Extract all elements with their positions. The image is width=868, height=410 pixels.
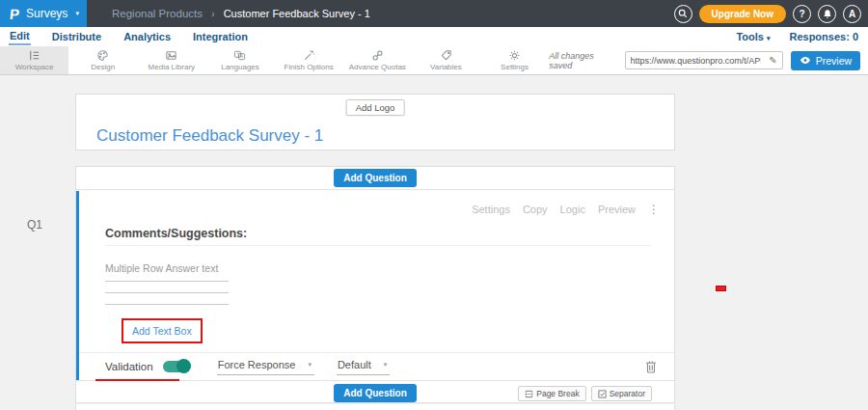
tab-edit[interactable]: Edit <box>9 28 31 45</box>
chevron-down-icon: ▾ <box>308 361 312 369</box>
gear-icon <box>508 49 521 62</box>
tab-analytics[interactable]: Analytics <box>122 29 172 44</box>
toolbar-tab-label: Settings <box>501 63 529 71</box>
validation-toggle[interactable] <box>163 361 189 372</box>
answer-row-line[interactable] <box>105 292 229 293</box>
survey-title[interactable]: Customer Feedback Survey - 1 <box>96 126 323 146</box>
question-section: Add Question Settings Copy Logic Preview… <box>75 166 675 403</box>
delete-question-button[interactable] <box>645 360 657 377</box>
surveys-menu[interactable]: P Surveys ▾ <box>0 0 87 27</box>
red-annotation-dash <box>716 286 726 291</box>
bell-icon <box>823 9 832 19</box>
preview-label: Preview <box>816 55 852 67</box>
add-logo-button[interactable]: Add Logo <box>346 99 405 116</box>
kebab-menu-icon[interactable]: ⋮ <box>648 203 661 216</box>
avatar-letter: A <box>849 9 855 19</box>
tools-label: Tools <box>736 31 764 42</box>
toolbar-tab-finish-options[interactable]: Finish Options <box>275 46 343 74</box>
default-label: Default <box>338 359 371 370</box>
notifications-button[interactable] <box>818 5 836 23</box>
workspace-icon <box>28 49 41 62</box>
survey-url-input[interactable] <box>626 56 765 66</box>
tab-integration[interactable]: Integration <box>192 29 249 44</box>
question-mark-icon: ? <box>799 9 804 19</box>
edit-url-icon[interactable]: ✎ <box>764 55 781 66</box>
question-actions: Settings Copy Logic Preview ⋮ <box>472 203 661 216</box>
add-text-box-link[interactable]: Add Text Box <box>123 320 201 342</box>
responses-count-link[interactable]: Responses: 0 <box>789 31 858 42</box>
separator-label: Separator <box>610 389 645 398</box>
chevron-down-icon: ▾ <box>75 10 79 17</box>
question-copy-link[interactable]: Copy <box>523 204 548 215</box>
toggle-knob <box>176 359 191 373</box>
question-text-underline <box>105 245 651 246</box>
quota-links-icon <box>371 49 384 62</box>
question-number-label: Q1 <box>27 218 42 232</box>
languages-icon: 文A <box>233 49 246 62</box>
separator-button[interactable]: Separator <box>591 386 652 401</box>
toolbar-tab-advance-quotas[interactable]: Advance Quotas <box>343 46 412 74</box>
toolbar-right: All changes saved ✎ Preview <box>549 46 868 74</box>
toolbar-tab-label: Finish Options <box>285 63 334 71</box>
question-card: Settings Copy Logic Preview ⋮ Comments/S… <box>76 191 674 380</box>
nav-right: Tools ▾ Responses: 0 <box>736 31 858 42</box>
toolbar-tab-label: Languages <box>221 63 259 71</box>
account-avatar[interactable]: A <box>843 5 861 23</box>
tab-distribute[interactable]: Distribute <box>51 29 102 44</box>
default-dropdown[interactable]: Default ▾ <box>337 359 390 375</box>
tag-icon <box>440 49 452 62</box>
section-nav: Edit Distribute Analytics Integration To… <box>0 27 868 46</box>
answer-row-line[interactable] <box>105 281 229 282</box>
magic-wand-icon <box>303 49 315 62</box>
checkbox-checked-icon <box>598 390 607 398</box>
toolbar-tab-label: Media Library <box>149 63 195 71</box>
force-response-label: Force Response <box>218 359 296 370</box>
add-question-button-bottom[interactable]: Add Question <box>334 384 417 402</box>
page-break-icon <box>525 390 533 398</box>
question-footer-bar: Validation Force Response ▾ Default ▾ <box>79 352 674 380</box>
add-question-button-top[interactable]: Add Question <box>334 169 417 187</box>
toolbar-tab-workspace[interactable]: Workspace <box>0 46 68 74</box>
breadcrumb: Regional Products › Customer Feedback Su… <box>112 8 370 19</box>
toolbar-tab-languages[interactable]: 文A Languages <box>205 46 274 74</box>
question-settings-link[interactable]: Settings <box>472 204 510 215</box>
topbar-actions: Upgrade Now ? A <box>674 5 868 23</box>
breadcrumb-current: Customer Feedback Survey - 1 <box>224 8 370 19</box>
product-name: Surveys <box>26 7 68 20</box>
edit-toolbar: Workspace Design Media Library 文A Langua… <box>0 46 868 75</box>
preview-button[interactable]: Preview <box>791 51 860 70</box>
tools-menu[interactable]: Tools ▾ <box>736 31 770 42</box>
toolbar-tab-label: Design <box>91 63 115 71</box>
autosave-status: All changes saved <box>549 51 616 70</box>
toolbar-tab-media-library[interactable]: Media Library <box>137 46 205 74</box>
breadcrumb-folder[interactable]: Regional Products <box>112 8 203 19</box>
svg-text:A: A <box>241 54 245 59</box>
questionpro-logo-icon: P <box>9 6 20 22</box>
search-button[interactable] <box>674 5 692 23</box>
add-question-row-bottom: Add Question Page Break Separator <box>76 380 674 404</box>
page-break-button[interactable]: Page Break <box>518 386 585 401</box>
search-icon <box>678 9 688 18</box>
answer-placeholder[interactable]: Multiple Row Answer text <box>105 262 218 274</box>
app-window: P Surveys ▾ Regional Products › Customer… <box>0 0 868 410</box>
upgrade-now-button[interactable]: Upgrade Now <box>699 5 786 23</box>
survey-header-card: Add Logo Customer Feedback Survey - 1 <box>75 94 675 150</box>
answer-row-line[interactable] <box>105 304 229 305</box>
force-response-dropdown[interactable]: Force Response ▾ <box>217 359 314 375</box>
question-text[interactable]: Comments/Suggestions: <box>105 227 247 240</box>
toolbar-tab-label: Workspace <box>15 63 54 71</box>
page-break-label: Page Break <box>536 389 579 398</box>
add-question-row-top: Add Question <box>76 167 674 190</box>
validation-label: Validation <box>105 361 153 372</box>
red-annotation-underline <box>95 379 179 381</box>
trash-icon <box>645 360 657 373</box>
toolbar-tab-design[interactable]: Design <box>68 46 137 74</box>
media-image-icon <box>165 49 177 62</box>
toolbar-tab-variables[interactable]: Variables <box>412 46 480 74</box>
red-annotation-rectangle: Add Text Box <box>122 318 203 343</box>
question-logic-link[interactable]: Logic <box>560 204 585 215</box>
workspace-canvas: Q1 Add Logo Customer Feedback Survey - 1… <box>0 75 868 410</box>
question-preview-link[interactable]: Preview <box>598 204 636 215</box>
help-button[interactable]: ? <box>793 5 811 23</box>
toolbar-tab-settings[interactable]: Settings <box>480 46 549 74</box>
